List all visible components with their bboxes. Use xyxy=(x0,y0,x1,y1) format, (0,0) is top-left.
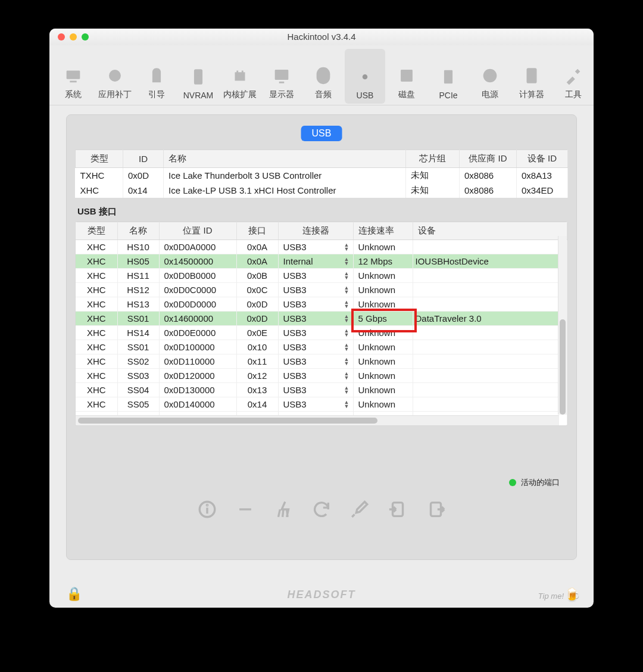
active-dot-icon xyxy=(509,479,516,486)
toolbar-显示器[interactable]: 显示器 xyxy=(261,49,302,104)
pcol-location[interactable]: 位置 ID xyxy=(159,222,236,240)
toolbar-系统[interactable]: 系统 xyxy=(53,49,93,104)
port-row[interactable]: XHCSS040x0D1300000x13USB3▲▼Unknown xyxy=(76,383,567,397)
port-row[interactable]: XHCHS050x145000000x0AInternal▲▼12 MbpsIO… xyxy=(76,254,567,269)
tip-label[interactable]: Tip me! xyxy=(538,592,564,601)
toolbar-内核扩展[interactable]: 内核扩展 xyxy=(220,49,260,104)
col-name[interactable]: 名称 xyxy=(164,150,406,168)
connector-select[interactable]: Internal▲▼ xyxy=(278,254,353,269)
toolbar-计算器[interactable]: 计算器 xyxy=(511,49,552,104)
svg-point-9 xyxy=(403,72,410,79)
toolbar-磁盘[interactable]: 磁盘 xyxy=(386,49,427,104)
ports-table-wrap: 类型 名称 位置 ID 接口 连接器 连接速率 设备 XHCHS100x0D0A… xyxy=(75,221,568,426)
svg-rect-11 xyxy=(446,73,451,74)
port-row[interactable]: XHCHS140x0D0E00000x0EUSB3▲▼Unknown xyxy=(76,326,567,340)
inject-icon[interactable] xyxy=(349,499,370,521)
port-row[interactable]: XHCSS020x0D1100000x11USB3▲▼Unknown xyxy=(76,354,567,369)
connector-select[interactable]: USB3▲▼ xyxy=(278,283,353,297)
app-window: Hackintool v3.4.4 系统应用补丁引导NVRAM内核扩展显示器音频… xyxy=(49,29,594,608)
import-icon[interactable] xyxy=(388,499,408,521)
toolbar-工具[interactable]: 工具 xyxy=(553,49,594,104)
chevron-updown-icon: ▲▼ xyxy=(344,329,349,337)
toolbar-PCIe[interactable]: PCIe xyxy=(428,49,469,104)
port-row[interactable]: XHCSS010x0D1000000x10USB3▲▼Unknown xyxy=(76,340,567,354)
brand-label: HEADSOFT xyxy=(288,589,356,601)
connector-select[interactable]: USB3▲▼ xyxy=(278,383,353,397)
pcol-type[interactable]: 类型 xyxy=(76,222,117,240)
remove-icon[interactable] xyxy=(235,499,255,521)
connector-select[interactable]: USB3▲▼ xyxy=(278,354,353,369)
toolbar-NVRAM[interactable]: NVRAM xyxy=(178,49,219,104)
horizontal-scrollbar[interactable] xyxy=(76,415,559,425)
toolbar-引导[interactable]: 引导 xyxy=(136,49,177,104)
info-icon[interactable] xyxy=(197,499,217,521)
footer: HEADSOFT xyxy=(49,581,594,608)
chevron-updown-icon: ▲▼ xyxy=(344,300,349,309)
clean-icon[interactable] xyxy=(273,499,294,521)
action-bar xyxy=(67,499,576,521)
svg-rect-2 xyxy=(107,67,123,84)
connector-select[interactable]: USB3▲▼ xyxy=(278,240,353,254)
beer-icon[interactable]: 🍺 xyxy=(564,587,580,603)
toolbar-应用补丁[interactable]: 应用补丁 xyxy=(95,49,135,104)
toolbar-音频[interactable]: 音频 xyxy=(303,49,344,104)
panel-tab-usb[interactable]: USB xyxy=(301,126,342,141)
scroll-thumb[interactable] xyxy=(560,319,566,415)
connector-select[interactable]: USB3▲▼ xyxy=(278,312,353,326)
port-row[interactable]: XHCHS110x0D0B00000x0BUSB3▲▼Unknown xyxy=(76,269,567,283)
connector-select[interactable]: USB3▲▼ xyxy=(278,369,353,383)
connector-select[interactable]: USB3▲▼ xyxy=(278,397,353,412)
col-vendor[interactable]: 供应商 ID xyxy=(460,150,517,168)
port-row[interactable]: XHCHS120x0D0C00000x0CUSB3▲▼Unknown xyxy=(76,283,567,297)
chevron-updown-icon: ▲▼ xyxy=(344,257,349,266)
legend-label: 活动的端口 xyxy=(521,477,560,488)
svg-rect-14 xyxy=(528,70,535,73)
controller-row[interactable]: XHC0x14Ice Lake-LP USB 3.1 xHCI Host Con… xyxy=(76,183,568,198)
port-row[interactable]: XHCSS010x146000000x0DUSB3▲▼5 GbpsDataTra… xyxy=(76,312,567,326)
connector-select[interactable]: USB3▲▼ xyxy=(278,269,353,283)
svg-point-7 xyxy=(363,74,368,80)
svg-rect-3 xyxy=(194,69,202,85)
port-row[interactable]: XHCSS050x0D1400000x14USB3▲▼Unknown xyxy=(76,397,567,412)
controllers-table: 类型 ID 名称 芯片组 供应商 ID 设备 ID TXHC0x0DIce La… xyxy=(75,150,568,198)
col-chipset[interactable]: 芯片组 xyxy=(406,150,460,168)
vertical-scrollbar[interactable] xyxy=(558,236,567,415)
port-row[interactable]: XHCSS030x0D1200000x12USB3▲▼Unknown xyxy=(76,369,567,383)
pcol-name[interactable]: 名称 xyxy=(117,222,159,240)
window-title: Hackintool v3.4.4 xyxy=(49,32,594,42)
pcol-speed[interactable]: 连接速率 xyxy=(353,222,413,240)
port-row[interactable]: XHCHS130x0D0D00000x0DUSB3▲▼Unknown xyxy=(76,297,567,312)
chevron-updown-icon: ▲▼ xyxy=(344,372,349,380)
lock-icon[interactable]: 🔒 xyxy=(66,586,82,602)
pcol-device[interactable]: 设备 xyxy=(413,222,567,240)
svg-rect-10 xyxy=(444,70,452,84)
svg-rect-6 xyxy=(279,82,285,83)
pcol-connector[interactable]: 连接器 xyxy=(278,222,353,240)
toolbar-电源[interactable]: 电源 xyxy=(470,49,510,104)
ports-section-label: USB 接口 xyxy=(77,206,568,217)
svg-rect-4 xyxy=(196,72,200,76)
connector-select[interactable]: USB3▲▼ xyxy=(278,297,353,312)
toolbar-USB[interactable]: USB xyxy=(345,49,385,104)
col-type[interactable]: 类型 xyxy=(76,150,123,168)
col-device[interactable]: 设备 ID xyxy=(517,150,568,168)
legend-active-port: 活动的端口 xyxy=(509,477,560,488)
connector-select[interactable]: USB3▲▼ xyxy=(278,340,353,354)
toolbar: 系统应用补丁引导NVRAM内核扩展显示器音频USB磁盘PCIe电源计算器工具日志 xyxy=(49,45,594,105)
port-row[interactable]: XHCHS100x0D0A00000x0AUSB3▲▼Unknown xyxy=(76,240,567,254)
svg-rect-0 xyxy=(67,71,80,79)
chevron-updown-icon: ▲▼ xyxy=(344,343,349,351)
refresh-icon[interactable] xyxy=(311,499,332,521)
connector-select[interactable]: USB3▲▼ xyxy=(278,326,353,340)
chevron-updown-icon: ▲▼ xyxy=(344,243,349,251)
pcol-port[interactable]: 接口 xyxy=(236,222,278,240)
chevron-updown-icon: ▲▼ xyxy=(344,272,349,280)
chevron-updown-icon: ▲▼ xyxy=(344,357,349,366)
chevron-updown-icon: ▲▼ xyxy=(344,315,349,323)
col-id[interactable]: ID xyxy=(123,150,164,168)
export-icon[interactable] xyxy=(426,499,446,521)
scroll-thumb[interactable] xyxy=(78,418,377,424)
main-panel: USB 类型 ID 名称 芯片组 供应商 ID 设备 ID TXHC0x0DIc… xyxy=(66,114,577,560)
controller-row[interactable]: TXHC0x0DIce Lake Thunderbolt 3 USB Contr… xyxy=(76,168,568,183)
chevron-updown-icon: ▲▼ xyxy=(344,386,349,394)
